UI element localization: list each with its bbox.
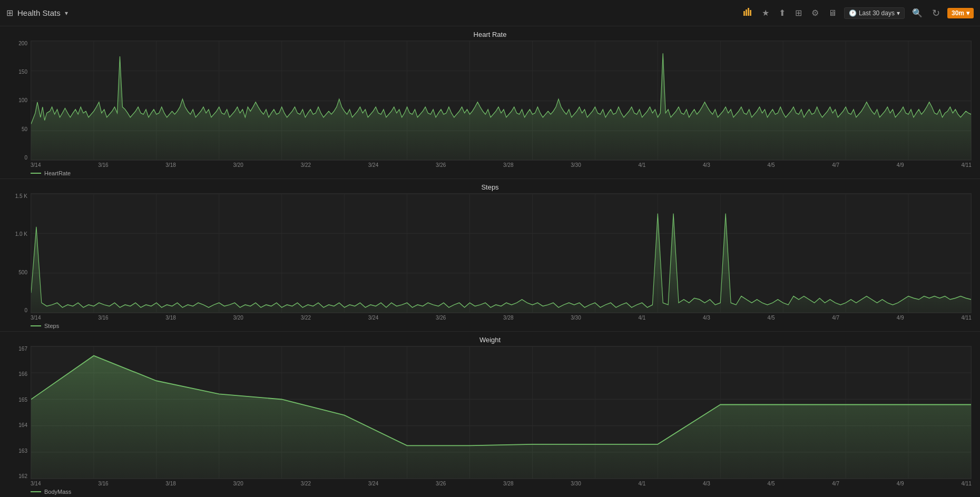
y-label: 162 [18, 473, 27, 479]
gear-icon[interactable]: ⚙ [809, 6, 821, 20]
steps-legend-label: Steps [44, 323, 59, 329]
y-label: 200 [18, 41, 27, 46]
bar-chart-icon[interactable] [741, 6, 754, 21]
steps-svg [31, 194, 971, 313]
grid-app-icon: ⊞ [6, 8, 13, 18]
svg-rect-3 [750, 10, 751, 16]
interval-button[interactable]: 30m ▾ [947, 8, 974, 18]
weight-x-axis: 3/14 3/16 3/18 3/20 3/22 3/24 3/26 3/28 … [8, 481, 972, 486]
header-right: ★ ⬆ ⊞ ⚙ 🖥 🕐 Last 30 days ▾ 🔍 ↻ 30m ▾ [741, 5, 974, 21]
svg-marker-46 [31, 214, 971, 313]
weight-y-axis: 167 166 165 164 163 162 [8, 346, 31, 479]
weight-title: Weight [8, 336, 972, 344]
interval-arrow: ▾ [966, 9, 969, 17]
y-label: 167 [18, 346, 27, 352]
heart-rate-legend: HeartRate [8, 170, 972, 176]
weight-panel: Weight 167 166 165 164 163 162 [0, 332, 980, 497]
y-label: 500 [18, 270, 27, 275]
heart-rate-title: Heart Rate [8, 31, 972, 38]
steps-title: Steps [8, 183, 972, 191]
dashboard: Heart Rate 200 150 100 50 0 [0, 26, 980, 497]
star-icon[interactable]: ★ [760, 6, 771, 20]
heart-rate-panel: Heart Rate 200 150 100 50 0 [0, 26, 980, 179]
weight-chart-area: 167 166 165 164 163 162 [8, 346, 972, 479]
y-label: 50 [22, 126, 27, 132]
refresh-icon[interactable]: ↻ [930, 5, 942, 21]
y-label: 166 [18, 371, 27, 377]
svg-rect-2 [748, 8, 749, 16]
heart-rate-svg [31, 41, 971, 160]
share-icon[interactable]: ⬆ [777, 6, 788, 20]
heart-rate-x-axis: 3/14 3/16 3/18 3/20 3/22 3/24 3/26 3/28 … [8, 162, 972, 168]
heart-rate-chart-area: 200 150 100 50 0 [8, 41, 972, 161]
steps-chart-body [31, 193, 972, 313]
heart-rate-legend-label: HeartRate [44, 170, 71, 176]
top-header: ⊞ Health Stats ▾ ★ ⬆ ⊞ ⚙ 🖥 🕐 Last 30 day… [0, 0, 980, 26]
steps-legend-line [31, 325, 41, 326]
steps-y-axis: 1.5 K 1.0 K 500 0 [8, 193, 31, 313]
svg-rect-0 [743, 11, 745, 16]
svg-rect-1 [746, 9, 747, 16]
search-icon[interactable]: 🔍 [910, 6, 925, 20]
page-title: Health Stats [17, 8, 61, 17]
time-range-button[interactable]: 🕐 Last 30 days ▾ [844, 7, 905, 19]
y-label: 164 [18, 422, 27, 428]
y-label: 150 [18, 69, 27, 75]
y-label: 1.5 K [15, 193, 27, 199]
grid-icon[interactable]: ⊞ [793, 6, 804, 20]
title-dropdown-arrow[interactable]: ▾ [65, 9, 68, 17]
interval-label: 30m [952, 9, 964, 17]
y-label: 1.0 K [15, 231, 27, 237]
svg-marker-69 [31, 355, 971, 479]
steps-panel: Steps 1.5 K 1.0 K 500 0 [0, 179, 980, 332]
y-label: 163 [18, 448, 27, 454]
weight-chart-body [31, 346, 972, 479]
weight-legend: BodyMass [8, 489, 972, 495]
y-label: 165 [18, 397, 27, 403]
time-range-arrow: ▾ [897, 9, 900, 17]
time-range-label: Last 30 days [859, 9, 895, 17]
steps-chart-area: 1.5 K 1.0 K 500 0 [8, 193, 972, 313]
weight-legend-label: BodyMass [44, 489, 71, 495]
steps-x-axis: 3/14 3/16 3/18 3/20 3/22 3/24 3/26 3/28 … [8, 315, 972, 321]
weight-legend-line [31, 491, 41, 492]
y-label: 0 [24, 307, 27, 313]
heart-rate-y-axis: 200 150 100 50 0 [8, 41, 31, 161]
heart-rate-chart-body [31, 41, 972, 161]
weight-svg [31, 346, 971, 479]
monitor-icon[interactable]: 🖥 [826, 6, 839, 20]
y-label: 0 [24, 155, 27, 161]
header-left: ⊞ Health Stats ▾ [6, 8, 68, 18]
heart-rate-legend-line [31, 173, 41, 174]
clock-icon: 🕐 [849, 9, 857, 17]
steps-legend: Steps [8, 323, 972, 329]
y-label: 100 [18, 97, 27, 103]
